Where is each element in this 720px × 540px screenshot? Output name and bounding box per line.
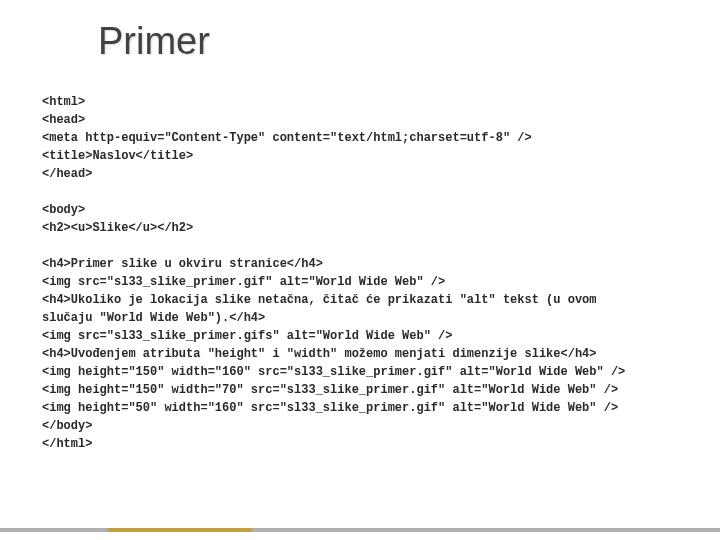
footer-decoration	[0, 528, 720, 532]
code-line: </html>	[42, 437, 92, 451]
code-line: <html>	[42, 95, 85, 109]
code-line: <h2><u>Slike</u></h2>	[42, 221, 193, 235]
code-line: <img src="sl33_slike_primer.gifs" alt="W…	[42, 329, 452, 343]
code-line: <img height="150" width="70" src="sl33_s…	[42, 383, 618, 397]
code-line: <h4>Primer slike u okviru stranice</h4>	[42, 257, 323, 271]
slide-title: Primer	[98, 20, 720, 63]
code-line: <img height="150" width="160" src="sl33_…	[42, 365, 625, 379]
code-line: <img height="50" width="160" src="sl33_s…	[42, 401, 618, 415]
code-line: </head>	[42, 167, 92, 181]
code-line: <h4>Ukoliko je lokacija slike netačna, č…	[42, 293, 597, 307]
code-line: <img src="sl33_slike_primer.gif" alt="Wo…	[42, 275, 445, 289]
code-line: <title>Naslov</title>	[42, 149, 193, 163]
code-line: <h4>Uvođenjem atributa "height" i "width…	[42, 347, 597, 361]
code-line: <head>	[42, 113, 85, 127]
code-line: slučaju "World Wide Web").</h4>	[42, 311, 265, 325]
code-line: </body>	[42, 419, 92, 433]
code-line: <meta http-equiv="Content-Type" content=…	[42, 131, 532, 145]
code-line: <body>	[42, 203, 85, 217]
code-block: <html> <head> <meta http-equiv="Content-…	[42, 93, 720, 453]
